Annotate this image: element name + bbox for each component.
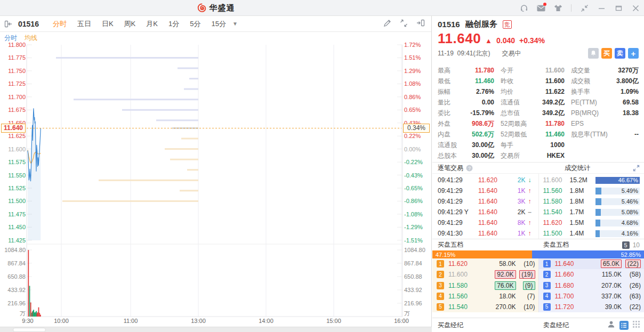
bid-level-row[interactable]: 511.540270.0K(10) xyxy=(432,302,538,312)
last-price: 11.640 xyxy=(438,30,481,47)
volume-stat-row: 11.5401.7M5.08% xyxy=(543,207,640,217)
minute-chart[interactable]: 11.80011.77511.75011.72511.70011.67511.6… xyxy=(0,44,432,332)
sell-button[interactable]: 卖 xyxy=(615,48,625,59)
mail-icon[interactable] xyxy=(537,4,545,12)
alert-icon[interactable] xyxy=(588,48,599,59)
ask-level-row[interactable]: 111.64065.0K(22) xyxy=(539,258,644,269)
ask-book-title: 卖盘五档 xyxy=(543,240,569,249)
profile-bar xyxy=(62,200,198,202)
volume-stat-row: 11.5801.8M5.46% xyxy=(543,196,640,207)
stat-item: EPS xyxy=(571,118,639,129)
price-axis-label: 11.475 xyxy=(1,211,26,217)
depth-10-toggle[interactable]: 10 xyxy=(633,241,640,249)
volume-axis-label: 650.88 xyxy=(404,273,430,280)
legend-average-line[interactable]: 均线 xyxy=(25,34,37,43)
bid-level-row[interactable]: 311.58076.0K(9) xyxy=(432,280,538,290)
ask-level-row[interactable]: 311.680207.0K(26) xyxy=(539,280,644,290)
ask-broker-title[interactable]: 卖盘经纪 xyxy=(543,321,569,330)
stat-item: 成交额3.800亿 xyxy=(571,76,639,86)
stat-item: PE(TTM)69.58 xyxy=(571,97,639,108)
volume-stat-row: 11.5601.8M5.49% xyxy=(543,185,640,196)
list-view-icon[interactable] xyxy=(619,321,629,330)
close-icon[interactable] xyxy=(631,4,640,12)
price-axis-label: 11.425 xyxy=(1,237,26,244)
percent-axis-label: 0.22% xyxy=(404,133,430,139)
person-icon[interactable] xyxy=(607,320,615,330)
bid-broker-title[interactable]: 买盘经纪 xyxy=(438,321,463,330)
grid-view-icon[interactable] xyxy=(633,321,640,329)
legend-minute-line[interactable]: 分时 xyxy=(4,34,17,43)
volume-axis-label: 1084.80 xyxy=(1,247,26,253)
chevron-down-icon[interactable]: ▼ xyxy=(232,21,238,27)
chart-tab[interactable]: 5分 xyxy=(184,19,206,29)
bid-level-row[interactable]: 211.60092.0K(19) xyxy=(432,269,538,280)
bid-book-title: 买盘五档 xyxy=(438,240,463,249)
headset-icon[interactable] xyxy=(520,4,528,12)
volume-stats-title: 成交统计 xyxy=(565,164,590,173)
chart-tab[interactable]: 周K xyxy=(119,19,141,29)
percent-axis-label: -0.65% xyxy=(404,185,430,191)
time-axis-label: 11:00 xyxy=(120,318,141,324)
tick-trade-list[interactable]: 09:41:2911.6202K↓09:41:2911.6401K↑09:41:… xyxy=(432,174,538,239)
profile-bar xyxy=(184,88,198,90)
stat-item: 流通值349.2亿 xyxy=(501,97,571,108)
fullscreen-icon[interactable] xyxy=(400,19,408,29)
chart-tab[interactable]: 五日 xyxy=(72,19,96,29)
profile-bar xyxy=(156,119,198,121)
add-watchlist-button[interactable]: + xyxy=(628,48,639,59)
time-axis-label: 14:00 xyxy=(255,318,277,324)
stock-code: 01516 xyxy=(438,20,460,29)
volume-bar xyxy=(38,307,39,317)
depth-5-toggle[interactable]: 5 xyxy=(622,241,630,249)
price-axis-label: 11.600 xyxy=(1,146,26,152)
ask-level-row[interactable]: 411.700337.0K(63) xyxy=(539,291,644,302)
volume-axis-label: 867.84 xyxy=(1,260,26,266)
buy-button[interactable]: 买 xyxy=(601,48,612,59)
chart-tab[interactable]: 15分 xyxy=(206,19,231,29)
bid-levels[interactable]: 111.62058.0K(10)211.60092.0K(19)311.5807… xyxy=(432,258,538,312)
minimize-icon[interactable] xyxy=(597,4,606,12)
stat-item: PB(MRQ)18.38 xyxy=(571,108,639,118)
stats-grid: 最高11.780今开11.600成交量3270万最低11.460昨收11.600… xyxy=(432,63,644,162)
volume-bar xyxy=(29,286,30,317)
price-axis-label: 11.525 xyxy=(1,185,26,191)
volume-axis-label: 216.96 xyxy=(1,300,26,306)
expand-icon[interactable] xyxy=(633,165,640,172)
time-axis-label: 16:00 xyxy=(391,318,412,324)
profile-bar xyxy=(181,138,198,140)
chart-tab[interactable]: 月K xyxy=(141,19,163,29)
ask-levels[interactable]: 111.64065.0K(22)211.660115.0K(58)311.680… xyxy=(538,258,644,312)
app-title: 华盛通 xyxy=(210,3,235,13)
draw-icon[interactable] xyxy=(383,19,391,29)
theme-icon[interactable] xyxy=(554,4,562,12)
panel-toggle-icon[interactable] xyxy=(4,20,13,28)
stat-item: 昨收11.600 xyxy=(501,76,571,86)
app-logo: 华盛通 xyxy=(197,0,235,16)
maximize-icon[interactable] xyxy=(614,4,623,12)
chart-tab[interactable]: 1分 xyxy=(163,19,184,29)
stat-item: 52周最低11.460 xyxy=(501,129,571,140)
chart-scrollbar[interactable] xyxy=(0,327,432,332)
profile-bar xyxy=(178,68,198,69)
percent-axis-label: 1.08% xyxy=(404,80,430,87)
toolbar-stock-code: 01516 xyxy=(18,20,39,28)
titlebar-separator xyxy=(571,4,571,12)
price-change: 0.040 xyxy=(496,36,515,45)
chart-tab[interactable]: 分时 xyxy=(47,19,72,29)
order-book-header: 买盘五档 卖盘五档 5 10 xyxy=(432,239,644,250)
shrink-icon[interactable] xyxy=(580,4,589,12)
ask-level-row[interactable]: 511.72039.0K(22) xyxy=(539,302,644,312)
chart-scrollbar-thumb[interactable] xyxy=(13,328,46,332)
percent-axis-label: -1.08% xyxy=(404,211,430,217)
current-price-label: 11.640 xyxy=(1,124,26,133)
tick-and-volume-body: 09:41:2911.6202K↓09:41:2911.6401K↑09:41:… xyxy=(432,174,644,239)
bid-level-row[interactable]: 411.56018.0K(7) xyxy=(432,291,538,302)
chart-tab[interactable]: 日K xyxy=(96,19,119,29)
stat-item: 均价11.622 xyxy=(501,86,571,97)
ask-level-row[interactable]: 211.660115.0K(58) xyxy=(539,269,644,280)
help-icon[interactable]: ? xyxy=(466,165,473,172)
volume-stats-list[interactable]: 11.60015.2M46.67%11.5601.8M5.49%11.5801.… xyxy=(538,174,644,239)
bid-level-row[interactable]: 111.62058.0K(10) xyxy=(432,258,538,269)
tick-trade-row: 09:41:3011.6401K↑ xyxy=(438,228,534,239)
dock-right-icon[interactable] xyxy=(416,19,425,28)
